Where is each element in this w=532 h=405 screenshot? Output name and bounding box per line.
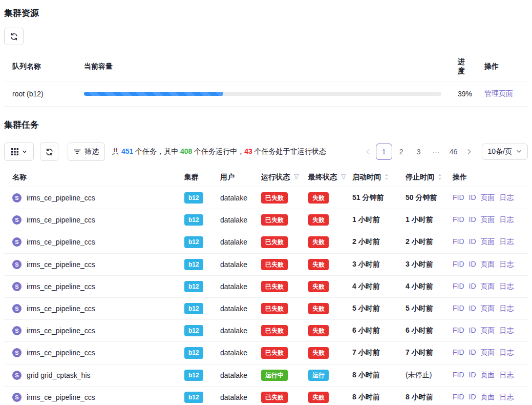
run-status-cell: 已失败	[253, 320, 300, 342]
action-link-log[interactable]: 日志	[500, 193, 514, 201]
run-status-badge: 已失败	[261, 192, 288, 204]
resources-refresh-button[interactable]	[4, 28, 24, 45]
action-link-page[interactable]: 页面	[481, 348, 495, 356]
final-status-cell: 失败	[300, 209, 344, 231]
run-status-badge: 已失败	[261, 303, 288, 314]
action-link-id[interactable]: ID	[469, 237, 476, 246]
sorter-icon[interactable]	[385, 173, 389, 182]
pagination-next-button[interactable]	[462, 144, 477, 160]
pagination-page-2[interactable]: 2	[393, 144, 410, 160]
manage-page-link[interactable]: 管理页面	[484, 89, 513, 97]
col-stop-time[interactable]: 停止时间	[397, 168, 444, 187]
action-link-page[interactable]: 页面	[481, 393, 495, 401]
action-link-log[interactable]: 日志	[500, 304, 514, 312]
action-link-page[interactable]: 页面	[481, 215, 495, 224]
action-link-log[interactable]: 日志	[500, 237, 514, 246]
action-link-fid[interactable]: FID	[453, 260, 464, 268]
sorter-icon[interactable]	[438, 173, 442, 182]
final-status-cell: 失败	[300, 320, 344, 342]
task-cluster-cell: b12	[176, 386, 212, 405]
stop-time-cell: 2 小时前	[397, 231, 444, 253]
action-link-page[interactable]: 页面	[481, 282, 495, 290]
task-name-wrap: Sirms_ce_pipeline_ccs	[12, 260, 168, 269]
col-run-status: 运行状态	[253, 168, 300, 187]
action-link-page[interactable]: 页面	[481, 326, 495, 334]
col-start-time[interactable]: 启动时间	[344, 168, 397, 187]
run-status-badge: 已失败	[261, 259, 288, 270]
final-status-cell: 失败	[300, 253, 344, 275]
task-actions-cell: FIDID页面日志	[444, 386, 528, 405]
task-name-cell: Sirms_ce_pipeline_ccs	[4, 187, 176, 209]
action-link-page[interactable]: 页面	[481, 260, 495, 268]
filter-button-label: 筛选	[84, 147, 99, 156]
action-link-fid[interactable]: FID	[453, 215, 464, 224]
stop-time-value: 6 小时前	[406, 326, 433, 334]
page-size-select[interactable]: 10条/页	[482, 144, 528, 160]
pagination-page-1[interactable]: 1	[376, 144, 392, 160]
summary-text: 个任务处于非运行状态	[252, 147, 326, 155]
final-status-badge: 运行	[308, 370, 329, 381]
filter-funnel-icon[interactable]	[293, 173, 300, 181]
start-time-cell: 5 小时前	[344, 297, 397, 319]
action-link-log[interactable]: 日志	[500, 371, 514, 379]
run-status-cell: 已失败	[253, 386, 300, 405]
task-name: irms_ce_pipeline_ccs	[27, 238, 95, 246]
cluster-badge: b12	[184, 192, 203, 204]
summary-text: 个任务，其中	[133, 147, 180, 155]
action-link-page[interactable]: 页面	[481, 237, 495, 246]
final-status-cell: 失败	[300, 297, 344, 319]
run-status-badge: 已失败	[261, 214, 288, 226]
pagination-ellipsis[interactable]: ···	[428, 144, 444, 160]
action-link-id[interactable]: ID	[469, 282, 476, 290]
action-link-log[interactable]: 日志	[500, 348, 514, 356]
action-link-log[interactable]: 日志	[500, 215, 514, 224]
action-link-log[interactable]: 日志	[500, 326, 514, 334]
tasks-refresh-button[interactable]	[40, 143, 58, 161]
action-link-id[interactable]: ID	[469, 193, 476, 201]
task-user-cell: datalake	[212, 364, 253, 386]
column-settings-dropdown-button[interactable]	[4, 143, 34, 161]
task-name-wrap: Sirms_ce_pipeline_ccs	[12, 193, 168, 202]
stop-time-cell: (未停止)	[397, 364, 444, 386]
action-link-id[interactable]: ID	[469, 371, 476, 379]
grid-icon	[11, 148, 18, 155]
pagination-prev-button[interactable]	[361, 144, 375, 160]
action-link-log[interactable]: 日志	[500, 393, 514, 401]
action-link-fid[interactable]: FID	[453, 371, 464, 379]
task-name: irms_ce_pipeline_ccs	[27, 393, 95, 401]
action-link-fid[interactable]: FID	[453, 393, 464, 401]
action-link-fid[interactable]: FID	[453, 304, 464, 312]
filter-button[interactable]: 筛选	[68, 143, 105, 161]
run-status-badge: 已失败	[261, 236, 288, 248]
action-link-fid[interactable]: FID	[453, 193, 464, 201]
filter-funnel-icon[interactable]	[341, 173, 347, 181]
action-link-fid[interactable]: FID	[453, 237, 464, 246]
stop-time-cell: 5 小时前	[397, 297, 444, 319]
pagination-page-46[interactable]: 46	[445, 144, 462, 160]
action-link-id[interactable]: ID	[469, 304, 476, 312]
run-status-cell: 已失败	[253, 275, 300, 297]
action-link-page[interactable]: 页面	[481, 304, 495, 312]
run-status-badge: 已失败	[261, 281, 288, 292]
pagination-page-3[interactable]: 3	[411, 144, 427, 160]
action-link-fid[interactable]: FID	[453, 282, 464, 290]
action-link-log[interactable]: 日志	[500, 282, 514, 290]
run-status-cell: 已失败	[253, 297, 300, 319]
action-link-id[interactable]: ID	[469, 326, 476, 334]
action-link-id[interactable]: ID	[469, 393, 476, 401]
action-link-page[interactable]: 页面	[481, 193, 495, 201]
action-link-id[interactable]: ID	[469, 260, 476, 268]
action-link-fid[interactable]: FID	[453, 326, 464, 334]
action-link-id[interactable]: ID	[469, 348, 476, 356]
action-link-fid[interactable]: FID	[453, 348, 464, 356]
action-link-page[interactable]: 页面	[481, 371, 495, 379]
task-actions-cell: FIDID页面日志	[444, 231, 528, 253]
table-row: Sirms_ce_pipeline_ccsb12datalake已失败失败2 小…	[4, 231, 528, 253]
spark-avatar: S	[12, 393, 22, 402]
task-user-cell: datalake	[212, 297, 253, 319]
action-link-log[interactable]: 日志	[500, 260, 514, 268]
chevron-right-icon	[467, 149, 472, 155]
stop-time-value: 8 小时前	[406, 393, 433, 401]
run-status-cell: 已失败	[253, 231, 300, 253]
action-link-id[interactable]: ID	[469, 215, 476, 224]
